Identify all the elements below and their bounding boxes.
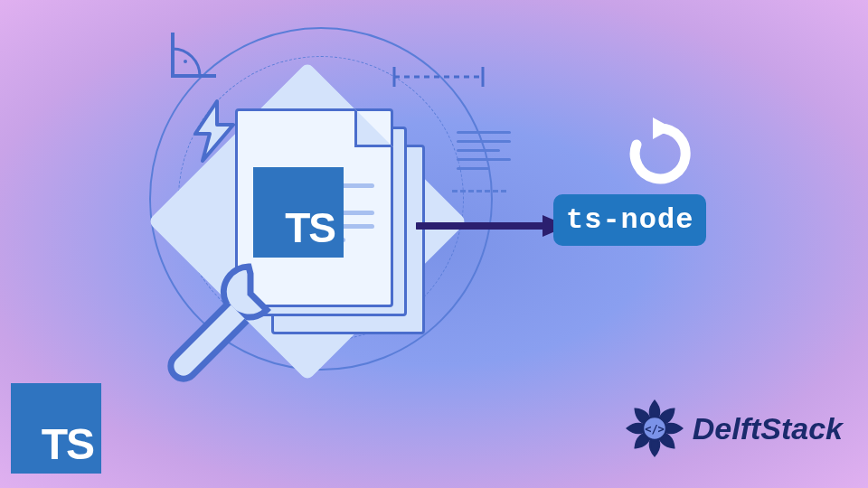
refresh-icon [624, 117, 696, 190]
angle-tool-icon [167, 27, 222, 81]
delftstack-flower-icon: </> [622, 396, 687, 461]
tsnode-label: ts-node [566, 203, 693, 237]
lightning-icon [190, 99, 240, 163]
ts-logo-label: TS [42, 419, 93, 469]
svg-text:</>: </> [645, 423, 665, 436]
measure-tool-icon [389, 63, 488, 90]
typescript-logo-on-doc: TS [253, 167, 344, 258]
tsnode-label-box: ts-node [553, 194, 706, 246]
ts-logo-label: TS [285, 203, 335, 252]
horizontal-dashes-icon [452, 190, 506, 192]
arrow-right-icon [416, 212, 570, 239]
wrench-icon [158, 249, 294, 384]
text-lines-icon [457, 131, 511, 176]
delftstack-text: DelftStack [693, 411, 843, 446]
delftstack-logo: </> DelftStack [622, 396, 843, 461]
svg-point-0 [184, 60, 187, 63]
typescript-logo: TS [11, 383, 101, 474]
